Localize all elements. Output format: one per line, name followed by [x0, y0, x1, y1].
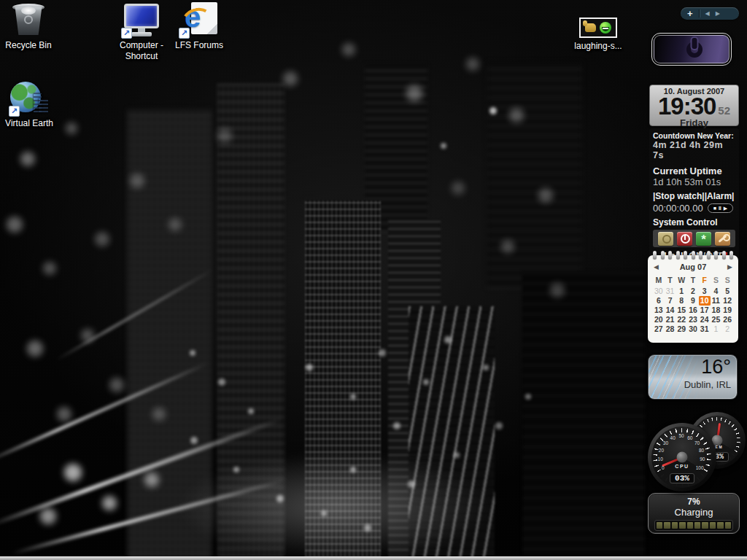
calendar-day[interactable]: 21: [665, 315, 676, 324]
dial-number: 50: [678, 433, 684, 438]
calendar-day[interactable]: 19: [721, 306, 733, 315]
wallpaper: [0, 0, 747, 560]
play-icon[interactable]: ▶: [724, 205, 727, 211]
spiral-ring: [653, 251, 657, 259]
calendar-day[interactable]: 8: [676, 296, 687, 306]
calendar-weekday: S: [721, 275, 733, 285]
laughing-smiley-icon: [600, 22, 611, 34]
icon-label: Virtual Earth: [0, 118, 58, 129]
cpu-gauge[interactable]: CPU 03% 0102030405060708090100: [648, 423, 716, 491]
dial-number: 10: [658, 456, 663, 462]
spiral-ring: [729, 251, 733, 259]
tower: [39, 98, 48, 112]
calendar-day[interactable]: 24: [699, 315, 711, 324]
spiral-ring: [692, 251, 695, 259]
calendar-day[interactable]: 31: [699, 324, 711, 334]
battery-segment: [717, 522, 723, 529]
calendar-next-month-button[interactable]: ▶: [727, 263, 732, 271]
shutdown-icon[interactable]: [677, 232, 692, 246]
dial-number: 20: [659, 448, 664, 453]
dial-number: 100: [696, 464, 704, 470]
calendar-gadget[interactable]: ◀ Aug 07 ▶ MTWTFSS 303112345678910111213…: [648, 255, 738, 343]
calendar-day[interactable]: 4: [711, 287, 722, 296]
calendar-day[interactable]: 17: [699, 306, 711, 315]
calendar-day[interactable]: 31: [665, 287, 676, 296]
calendar-day[interactable]: 25: [711, 315, 722, 324]
calendar-day[interactable]: 30: [653, 287, 665, 296]
calendar-day[interactable]: 28: [665, 324, 676, 334]
calendar-prev-month-button[interactable]: ◀: [654, 263, 659, 271]
calendar-day[interactable]: 10: [699, 296, 711, 306]
calendar-day[interactable]: 7: [665, 296, 676, 306]
desktop-icon-computer-shortcut[interactable]: ↗ Computer - Shortcut: [112, 2, 171, 62]
dial-number: 80: [699, 448, 704, 453]
calendar-day[interactable]: 30: [687, 324, 699, 334]
desktop-icon-virtual-earth[interactable]: ↗ Virtual Earth: [0, 80, 58, 129]
calendar-day[interactable]: 14: [665, 306, 676, 315]
internet-explorer-icon: e ↗: [180, 2, 218, 37]
power-button-icon: [686, 42, 703, 58]
calendar-grid: 3031123456789101112131415161718192021222…: [648, 285, 738, 334]
calendar-day[interactable]: 1: [711, 324, 722, 334]
calendar-weekdays: MTWTFSS: [648, 273, 738, 285]
pause-icon[interactable]: II: [719, 205, 721, 211]
cpu-dial: CPU 03% 0102030405060708090100: [651, 427, 713, 488]
calendar-day[interactable]: 26: [721, 315, 733, 324]
icon-label: Computer - Shortcut: [112, 40, 171, 62]
thumbs-up-icon: [585, 23, 596, 32]
desktop-icon-recycle-bin[interactable]: Recycle Bin: [0, 2, 58, 51]
calendar-day[interactable]: 22: [676, 315, 687, 324]
system-control-strip: [653, 230, 735, 247]
calendar-day[interactable]: 27: [653, 324, 665, 334]
desktop-icon-laughing-smiley[interactable]: laughing-s...: [569, 18, 627, 52]
calendar-day[interactable]: 20: [653, 315, 665, 324]
calendar-day[interactable]: 29: [676, 324, 687, 334]
calendar-day[interactable]: 13: [653, 306, 665, 315]
battery-segment: [679, 522, 685, 529]
calendar-day[interactable]: 9: [687, 296, 699, 306]
calendar-day[interactable]: 23: [687, 315, 699, 324]
calendar-day[interactable]: 15: [676, 306, 687, 315]
building-silhouette: [522, 271, 645, 560]
standby-icon[interactable]: [658, 232, 673, 246]
battery-gadget[interactable]: 7% Charging: [648, 493, 740, 534]
power-gadget[interactable]: [651, 33, 732, 66]
stopwatch-media-controls: ■ II ▶: [708, 203, 734, 213]
battery-segment: [672, 522, 678, 529]
restart-icon[interactable]: [696, 232, 711, 246]
sidebar-controls: + ◀ ▶: [681, 7, 739, 20]
calendar-day[interactable]: 1: [676, 287, 687, 296]
stopwatch-alarm-tabs[interactable]: |Stop watch||Alarm|: [653, 191, 735, 201]
next-page-button[interactable]: ▶: [716, 8, 720, 19]
countdown-value: 4m 21d 4h 29m 7s: [653, 140, 735, 160]
add-gadget-button[interactable]: +: [687, 8, 693, 19]
calendar-day[interactable]: 12: [721, 296, 733, 306]
spiral-ring: [661, 251, 665, 259]
calendar-day[interactable]: 11: [711, 296, 722, 306]
calendar-day[interactable]: 16: [687, 306, 699, 315]
calendar-day[interactable]: 18: [711, 306, 722, 315]
battery-segment: [710, 522, 716, 529]
desktop-icon-lfs-forums[interactable]: e ↗ LFS Forums: [170, 2, 228, 51]
stop-icon[interactable]: ■: [713, 205, 716, 211]
calendar-day[interactable]: 5: [721, 287, 733, 296]
divider: [699, 9, 700, 18]
calendar-day[interactable]: 2: [687, 287, 699, 296]
monitor: [124, 4, 159, 28]
calendar-day[interactable]: 2: [721, 324, 733, 334]
weather-location: Dublin, IRL: [684, 379, 731, 390]
settings-wrench-icon[interactable]: [715, 232, 730, 246]
taskbar-edge[interactable]: [0, 556, 747, 560]
battery-bar: [654, 520, 733, 531]
dial-number: 60: [687, 435, 692, 440]
prev-page-button[interactable]: ◀: [705, 8, 710, 19]
battery-status: Charging: [649, 507, 739, 518]
dial-number: 40: [670, 435, 676, 440]
calendar-day[interactable]: 6: [653, 296, 665, 306]
power-gadget-face: [654, 35, 729, 63]
clock-gadget[interactable]: 10. August 2007 19:30 52 Friday: [649, 85, 739, 126]
weather-gadget[interactable]: 16° Dublin, IRL: [648, 354, 738, 400]
icon-label: laughing-s...: [569, 41, 627, 52]
calendar-day[interactable]: 3: [699, 287, 711, 296]
calendar-weekday: T: [687, 275, 699, 285]
